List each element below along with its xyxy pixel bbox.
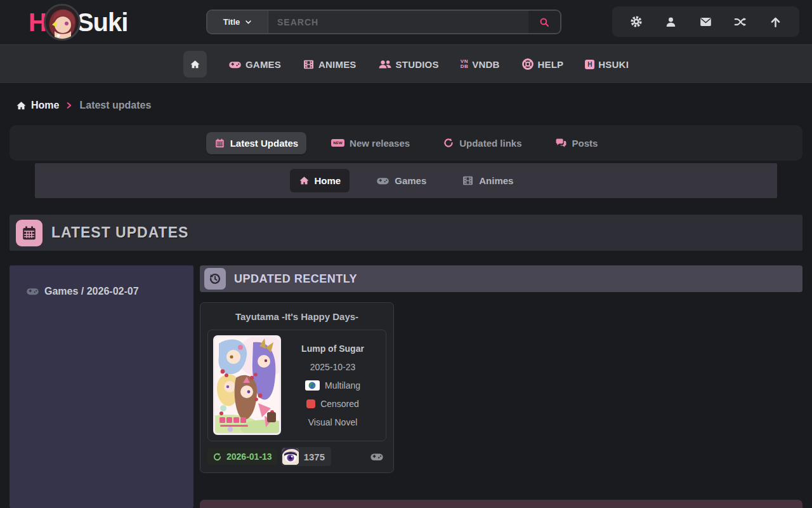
section-header: LATEST UPDATES: [10, 215, 802, 251]
main-column: UPDATED RECENTLY Tayutama -It's Happy Da…: [200, 265, 802, 508]
game-card-body: Lump of Sugar 2025-10-23 Multilang Censo…: [207, 330, 386, 441]
gamepad-icon: [26, 284, 39, 298]
nav-item-help[interactable]: HELP: [521, 58, 564, 70]
tab-updated-links[interactable]: Updated links: [435, 131, 530, 154]
nav-item-hsuki[interactable]: H HSUKI: [585, 59, 629, 70]
site-logo[interactable]: H Suki: [29, 4, 128, 41]
new-badge-icon: NEW: [331, 139, 344, 147]
random-button[interactable]: [730, 11, 751, 32]
nav-item-animes[interactable]: ANIMES: [303, 58, 357, 70]
tab-label: Updated links: [459, 138, 521, 149]
tab-latest-updates[interactable]: Latest Updates: [206, 132, 307, 154]
breadcrumb: Home Latest updates: [16, 96, 812, 115]
life-ring-icon: [521, 58, 534, 70]
messages-button[interactable]: [695, 11, 716, 32]
film-icon: [303, 58, 315, 70]
subtab-label: Games: [395, 175, 426, 186]
game-cover-image[interactable]: [213, 335, 281, 435]
upload-button[interactable]: [764, 11, 786, 32]
tab-posts[interactable]: Posts: [547, 131, 606, 155]
views-badge: 1375: [281, 447, 331, 466]
tab-label: Latest Updates: [230, 138, 299, 149]
breadcrumb-home-label: Home: [31, 100, 59, 111]
nav-label: ANIMES: [318, 59, 357, 70]
nav-home-button[interactable]: [183, 51, 207, 77]
home-icon: [16, 100, 27, 111]
chevron-right-icon: [65, 102, 73, 109]
vndb-icon: VNDB: [461, 59, 469, 69]
settings-button[interactable]: [625, 11, 647, 32]
nav-label: VNDB: [472, 59, 499, 70]
game-maker-link[interactable]: Lump of Sugar: [301, 344, 364, 354]
nav-item-games[interactable]: GAMES: [228, 58, 281, 71]
search-bar: Title: [206, 10, 561, 34]
subtab-label: Home: [315, 175, 341, 186]
section-icon-box: [16, 220, 43, 246]
subtab-home[interactable]: Home: [290, 169, 350, 192]
users-icon: [378, 57, 392, 71]
content-area: Games / 2026-02-07 UPDATED RECENTLY Tayu…: [10, 265, 802, 508]
shuffle-icon: [734, 15, 747, 29]
gamepad-icon: [370, 450, 384, 464]
game-censorship-row: Censored: [306, 399, 359, 409]
uploader-avatar[interactable]: [282, 448, 299, 465]
logo-text-suki: Suki: [77, 8, 128, 37]
sync-icon: [213, 452, 222, 462]
gear-icon: [630, 15, 643, 28]
panel-icon-box: [204, 268, 226, 290]
gamepad-icon: [228, 58, 242, 71]
chevron-down-icon: [245, 18, 252, 25]
h-square-icon: H: [585, 60, 594, 69]
game-type: Visual Novel: [308, 417, 358, 427]
nav-label: HELP: [538, 59, 564, 70]
calendar-icon: [21, 225, 37, 241]
nav-item-vndb[interactable]: VNDB VNDB: [461, 59, 500, 70]
envelope-icon: [699, 15, 712, 29]
game-card-footer: 2026-01-13 1375: [207, 447, 386, 466]
home-icon: [190, 59, 200, 70]
tab-label: New releases: [350, 138, 410, 149]
tab-label: Posts: [572, 138, 598, 149]
nav-item-studios[interactable]: STUDIOS: [378, 57, 439, 71]
game-title[interactable]: Tayutama -It's Happy Days-: [207, 310, 386, 330]
breadcrumb-home-link[interactable]: Home: [16, 100, 59, 111]
game-release-date: 2025-10-23: [310, 362, 356, 372]
page-title: LATEST UPDATES: [51, 224, 188, 241]
search-category-select[interactable]: Title: [207, 11, 268, 33]
refresh-icon: [443, 137, 454, 149]
globe-flag-icon: [305, 380, 320, 391]
header-actions-panel: [612, 6, 799, 37]
film-icon: [462, 175, 474, 187]
arrow-up-icon: [769, 16, 782, 28]
game-card: Tayutama -It's Happy Days-: [200, 302, 394, 473]
subtab-animes[interactable]: Animes: [453, 168, 522, 193]
sidebar-group-label: Games / 2026-02-07: [44, 286, 139, 297]
game-language: Multilang: [325, 380, 360, 391]
search-input[interactable]: [268, 11, 528, 33]
tab-new-releases[interactable]: NEW New releases: [323, 132, 418, 154]
next-section-strip: [200, 500, 802, 508]
user-icon: [665, 16, 677, 28]
updated-recently-header: UPDATED RECENTLY: [200, 265, 802, 292]
main-nav: GAMES ANIMES STUDIOS VNDB VNDB HELP H HS…: [0, 44, 812, 84]
sidebar-group-games-date[interactable]: Games / 2026-02-07: [26, 284, 193, 298]
breadcrumb-current: Latest updates: [79, 100, 151, 111]
updated-date-badge: 2026-01-13: [207, 448, 277, 465]
subtab-games[interactable]: Games: [367, 168, 435, 194]
search-submit-button[interactable]: [528, 11, 560, 33]
views-count: 1375: [304, 451, 325, 462]
nav-label: STUDIOS: [396, 59, 439, 70]
gamepad-icon: [376, 174, 390, 187]
sidebar: Games / 2026-02-07: [10, 265, 193, 508]
game-details: Lump of Sugar 2025-10-23 Multilang Censo…: [285, 335, 381, 436]
home-icon: [299, 175, 310, 186]
history-icon: [208, 272, 222, 286]
account-button[interactable]: [660, 11, 682, 32]
nav-label: GAMES: [246, 59, 281, 70]
game-censorship: Censored: [320, 399, 359, 409]
search-category-value: Title: [223, 17, 240, 27]
subtab-label: Animes: [479, 175, 513, 186]
censored-icon: [306, 399, 315, 408]
tabs-bar: Latest Updates NEW New releases Updated …: [10, 125, 802, 161]
top-header: H Suki Title: [0, 0, 812, 44]
